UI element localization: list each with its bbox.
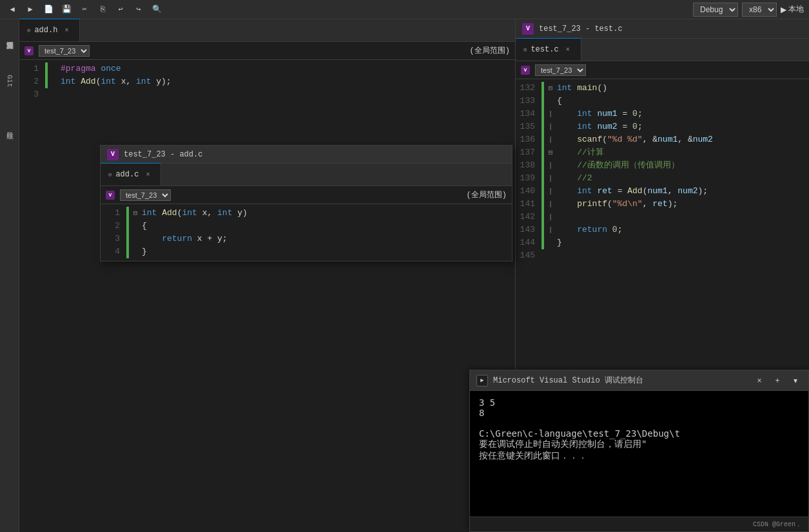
sub-tab-pin-icon: ⊙ [108,171,112,178]
arch-select[interactable]: x86 [742,3,777,17]
sub-line-2: 2 { [101,220,512,233]
console-line-4: C:\Green\c-language\test_7_23\Debug\t [479,428,799,439]
tab-add-c-close[interactable]: × [142,169,153,180]
save-btn[interactable]: 💾 [59,3,73,17]
right-line-132: 132 ⊟ int main() [516,82,809,95]
console-line-2: 8 [479,408,799,418]
console-window: ▶ Microsoft Visual Studio 调试控制台 × + ▾ 3 … [469,370,809,532]
console-credit: CSDN @Green． [753,521,802,528]
right-line-141: 141 | printf("%d\n", ret); [516,198,809,211]
right-line-136: 136 | scanf("%d %d", &num1, &num2 [516,133,809,146]
tab-add-h[interactable]: ⊙ add.h × [19,19,80,41]
sub-editor-titlebar: V test_7_23 - add.c [101,146,512,164]
code-line-1: 1 #pragma once [19,62,515,75]
code-line-2: 2 int Add(int x, int y); [19,75,515,88]
sub-editor-header: V test_7_23 (全局范围) [101,186,512,204]
tab-add-h-label: add.h [34,26,57,35]
project-select-left[interactable]: test_7_23 [39,45,90,57]
sub-tab-bar: ⊙ add.c × [101,164,512,186]
sub-line-4: 4 } [101,245,512,258]
code-line-3: 3 [19,88,515,101]
right-vs-icon: V [522,23,534,35]
debug-select[interactable]: Debug [693,3,738,17]
tab-test-c-label: test.c [531,45,558,54]
right-line-133: 133 { [516,95,809,108]
run-button[interactable]: ▶ 本地 [781,4,804,15]
right-line-138: 138 | //函数的调用（传值调用） [516,159,809,172]
console-new-tab-btn[interactable]: + [771,374,784,387]
console-body: 3 5 8 C:\Green\c-language\test_7_23\Debu… [470,391,808,517]
left-code-area: 1 #pragma once 2 int Add(int x, int y); … [19,60,515,532]
file-btn[interactable]: 📄 [41,3,55,17]
sub-editor-title-label: test_7_23 - add.c [124,150,202,159]
left-editor-panel: ⊙ add.h × V test_7_23 (全局范围) 1 #pragma o… [19,19,516,532]
sub-line-1: 1 ⊟ int Add(int x, int y) [101,207,512,220]
sub-line-3: 3 return x + y; [101,233,512,245]
cut-btn[interactable]: ✂ [77,3,92,17]
copy-btn[interactable]: ⎘ [95,3,110,17]
right-line-142: 142 | [516,211,809,223]
tab-pin-icon: ⊙ [27,27,30,34]
console-dropdown-btn[interactable]: ▾ [789,374,802,387]
sub-vs-logo: V [106,191,115,200]
tab-add-c-label: add.c [115,170,139,179]
activity-explorer-icon[interactable]: 解决方案资源管理器 [2,28,17,44]
sub-scope-label: (全局范围) [467,189,507,200]
console-titlebar: ▶ Microsoft Visual Studio 调试控制台 × + ▾ [470,370,808,391]
console-line-1: 3 5 [479,397,799,408]
console-close-btn[interactable]: × [753,374,766,387]
right-line-140: 140 | int ret = Add(num1, num2); [516,185,809,198]
redo-btn[interactable]: ↪ [132,3,146,17]
scope-label-left: (全局范围) [470,45,510,56]
tab-test-c[interactable]: ⊙ test.c × [516,38,581,61]
forward-btn[interactable]: ▶ [23,3,37,17]
activity-nav-icon[interactable]: 导航 [2,119,17,134]
right-line-139: 139 | //2 [516,172,809,185]
right-titlebar: V test_7_23 - test.c [516,19,809,39]
tab-add-c[interactable]: ⊙ add.c × [101,163,161,185]
console-title-label: Microsoft Visual Studio 调试控制台 [493,375,748,386]
right-project-select[interactable]: test_7_23 [535,64,586,76]
toolbar: ◀ ▶ 📄 💾 ✂ ⎘ ↩ ↪ 🔍 Debug x86 ▶ 本地 [0,0,809,19]
console-line-3 [479,418,799,428]
right-title-label: test_7_23 - test.c [539,24,623,33]
tab-add-h-close[interactable]: × [61,25,72,35]
right-line-145: 145 [516,249,809,262]
right-line-137: 137 ⊟ //计算 [516,146,809,159]
left-tab-bar: ⊙ add.h × [19,19,515,42]
sub-code-area: 1 ⊟ int Add(int x, int y) 2 { 3 return x… [101,204,512,261]
right-tab-pin-icon: ⊙ [523,46,527,53]
undo-btn[interactable]: ↩ [113,3,128,17]
sub-project-select[interactable]: test_7_23 [120,189,171,201]
right-line-134: 134 | int num1 = 0; [516,108,809,120]
left-editor-header: V test_7_23 (全局范围) [19,42,515,60]
right-tab-bar: ⊙ test.c × [516,39,809,61]
back-btn[interactable]: ◀ [5,3,19,17]
right-line-144: 144 } [516,236,809,249]
right-line-143: 143 | return 0; [516,223,809,236]
right-vs-logo-small: V [521,66,530,75]
console-app-icon: ▶ [476,375,488,386]
activity-bar: 解决方案资源管理器 Git 导航 [0,19,19,532]
right-editor-header: V test_7_23 [516,61,809,79]
tab-test-c-close[interactable]: × [563,44,573,55]
console-line-6: 按任意键关闭此窗口．．． [479,450,799,462]
sub-editor-add-c: V test_7_23 - add.c ⊙ add.c × V test_7_2… [100,145,512,261]
console-line-5: 要在调试停止时自动关闭控制台，请启用" [479,439,799,450]
vs-logo-small: V [24,46,34,55]
right-line-135: 135 | int num2 = 0; [516,120,809,133]
search-btn[interactable]: 🔍 [150,3,164,17]
console-footer: CSDN @Green． [470,517,808,531]
activity-git-icon[interactable]: Git [2,73,17,89]
vs-icon: V [107,149,119,160]
